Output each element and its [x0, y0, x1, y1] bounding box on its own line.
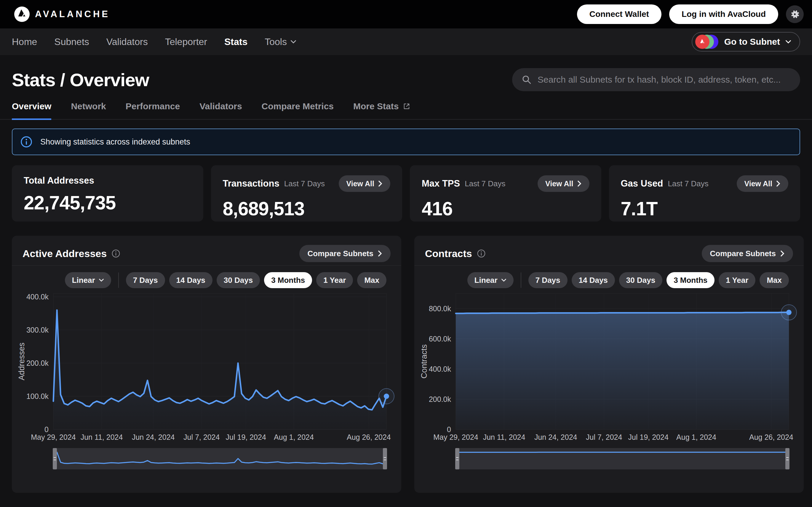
- svg-text:0: 0: [447, 425, 451, 434]
- tab-compare-metrics[interactable]: Compare Metrics: [262, 101, 334, 120]
- info-icon[interactable]: [111, 249, 120, 258]
- banner-text: Showing statistics across indexed subnet…: [40, 137, 190, 147]
- view-all-button[interactable]: View All: [538, 175, 589, 192]
- nav-item-subnets[interactable]: Subnets: [54, 37, 89, 47]
- max-tps-card: Max TPS Last 7 Days View All 416: [410, 165, 601, 222]
- more-stats-label: More Stats: [353, 101, 399, 111]
- svg-text:Aug 26, 2024: Aug 26, 2024: [749, 433, 793, 441]
- tab-overview[interactable]: Overview: [12, 101, 51, 120]
- chevron-down-icon: [501, 278, 506, 282]
- range-30-days[interactable]: 30 Days: [619, 272, 662, 288]
- range-1-year[interactable]: 1 Year: [316, 272, 353, 288]
- svg-text:Aug 1, 2024: Aug 1, 2024: [676, 433, 716, 441]
- brush-mini-chart: [53, 448, 387, 469]
- card-sublabel: Last 7 Days: [465, 179, 505, 188]
- search-icon: [521, 75, 531, 85]
- page-title: Stats / Overview: [12, 69, 149, 90]
- contracts-chart[interactable]: 0200.0k400.0k600.0k800.0kMay 29, 2024Jun…: [414, 288, 804, 446]
- compare-subnets-button[interactable]: Compare Subnets: [299, 245, 391, 262]
- nav-item-home[interactable]: Home: [12, 37, 37, 47]
- compare-subnets-button[interactable]: Compare Subnets: [702, 245, 793, 262]
- view-all-button[interactable]: View All: [737, 175, 788, 192]
- range-14-days[interactable]: 14 Days: [572, 272, 615, 288]
- chevron-right-icon: [377, 250, 382, 257]
- nav-item-teleporter[interactable]: Teleporter: [165, 37, 207, 47]
- range-1-year[interactable]: 1 Year: [719, 272, 755, 288]
- range-7-days[interactable]: 7 Days: [528, 272, 567, 288]
- tools-label: Tools: [265, 37, 287, 47]
- search-input[interactable]: [538, 75, 791, 85]
- brush-handle-left[interactable]: [455, 448, 459, 469]
- scale-label: Linear: [474, 276, 498, 285]
- chart-svg: 0200.0k400.0k600.0k800.0kMay 29, 2024Jun…: [414, 288, 804, 445]
- stat-cards-row: Total Addresses 22,745,735 Transactions …: [12, 165, 800, 222]
- tab-network[interactable]: Network: [71, 101, 106, 120]
- connect-wallet-button[interactable]: Connect Wallet: [577, 4, 661, 24]
- range-3-months[interactable]: 3 Months: [264, 272, 312, 288]
- range-30-days[interactable]: 30 Days: [217, 272, 260, 288]
- charts-row: Active Addresses Compare Subnets Linear: [12, 236, 800, 493]
- range-max[interactable]: Max: [760, 272, 789, 288]
- tab-validators[interactable]: Validators: [199, 101, 242, 120]
- subnet-avatar-stack-icon: [695, 35, 719, 49]
- chart-title: Active Addresses: [22, 248, 107, 260]
- search-bar[interactable]: [512, 68, 800, 91]
- chevron-down-icon: [291, 40, 296, 44]
- chevron-right-icon: [378, 180, 383, 187]
- chevron-right-icon: [577, 180, 582, 187]
- svg-text:400.0k: 400.0k: [27, 293, 49, 301]
- card-label: Transactions: [223, 178, 280, 189]
- settings-button[interactable]: [786, 5, 804, 23]
- login-avacloud-label: Log in with AvaCloud: [681, 9, 766, 19]
- active-addresses-chart[interactable]: 0100.0k200.0k300.0k400.0kMay 29, 2024Jun…: [12, 288, 401, 446]
- range-max[interactable]: Max: [357, 272, 387, 288]
- card-sublabel: Last 7 Days: [284, 179, 325, 188]
- gas-used-card: Gas Used Last 7 Days View All 7.1T: [609, 165, 801, 222]
- svg-text:May 29, 2024: May 29, 2024: [31, 433, 76, 441]
- scale-select[interactable]: Linear: [467, 272, 514, 288]
- contracts-brush[interactable]: [456, 448, 789, 469]
- brush-mini-chart: [456, 448, 789, 469]
- external-link-icon: [403, 103, 410, 110]
- stats-tabs: Overview Network Performance Validators …: [0, 101, 812, 120]
- brush-handle-left[interactable]: [53, 448, 57, 469]
- chart-title: Contracts: [425, 248, 472, 260]
- nav-item-stats[interactable]: Stats: [224, 37, 247, 47]
- range-7-days[interactable]: 7 Days: [126, 272, 165, 288]
- brush-handle-right[interactable]: [383, 448, 387, 469]
- range-14-days[interactable]: 14 Days: [169, 272, 212, 288]
- view-all-label: View All: [745, 179, 772, 188]
- view-all-button[interactable]: View All: [339, 175, 390, 192]
- active-addresses-chart-card: Active Addresses Compare Subnets Linear: [12, 236, 401, 493]
- chart-svg: 0100.0k200.0k300.0k400.0kMay 29, 2024Jun…: [12, 288, 401, 445]
- avalanche-logo-icon: [14, 6, 30, 22]
- tab-performance[interactable]: Performance: [125, 101, 180, 120]
- scale-select[interactable]: Linear: [65, 272, 111, 288]
- svg-text:200.0k: 200.0k: [27, 359, 49, 367]
- brush-handle-right[interactable]: [785, 448, 790, 469]
- avalanche-brand[interactable]: AVALANCHE: [14, 6, 110, 22]
- go-to-subnet-label: Go to Subnet: [724, 37, 780, 47]
- active-addresses-brush[interactable]: [53, 448, 387, 469]
- total-addresses-card: Total Addresses 22,745,735: [12, 165, 203, 222]
- divider: [118, 273, 119, 288]
- go-to-subnet-button[interactable]: Go to Subnet: [692, 32, 800, 52]
- page-head: Stats / Overview: [0, 55, 812, 91]
- svg-text:0: 0: [44, 425, 49, 434]
- info-icon[interactable]: [477, 249, 486, 258]
- card-label: Total Addresses: [24, 175, 94, 186]
- svg-text:Jun 11, 2024: Jun 11, 2024: [81, 433, 123, 441]
- tab-more-stats[interactable]: More Stats: [353, 101, 410, 120]
- range-3-months[interactable]: 3 Months: [666, 272, 714, 288]
- nav-item-validators[interactable]: Validators: [106, 37, 148, 47]
- svg-text:Aug 1, 2024: Aug 1, 2024: [274, 433, 314, 441]
- login-avacloud-button[interactable]: Log in with AvaCloud: [669, 4, 778, 24]
- compare-subnets-label: Compare Subnets: [308, 249, 374, 258]
- view-all-label: View All: [545, 179, 573, 188]
- svg-text:Jul 19, 2024: Jul 19, 2024: [628, 433, 669, 441]
- svg-text:600.0k: 600.0k: [429, 335, 451, 343]
- connect-wallet-label: Connect Wallet: [590, 9, 649, 19]
- chevron-right-icon: [776, 180, 780, 187]
- nav-item-tools[interactable]: Tools: [265, 37, 296, 47]
- svg-text:Jun 11, 2024: Jun 11, 2024: [483, 433, 525, 441]
